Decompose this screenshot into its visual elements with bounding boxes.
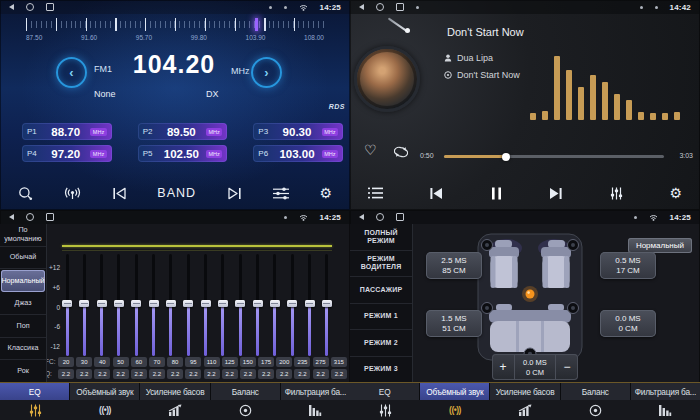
eq-preset[interactable]: Классика bbox=[0, 338, 46, 361]
sound-tab[interactable]: Усиление басов bbox=[490, 383, 559, 400]
seek-up-button[interactable]: › bbox=[251, 57, 282, 88]
eq-band-slider[interactable] bbox=[218, 254, 228, 356]
progress-bar[interactable] bbox=[444, 155, 664, 158]
eq-band-slider[interactable] bbox=[287, 254, 297, 356]
next-station-icon[interactable] bbox=[227, 187, 242, 200]
nav-back-icon[interactable] bbox=[359, 214, 364, 220]
delay-rear-left[interactable]: 1.5 MS 51 CM bbox=[426, 310, 482, 337]
eq-preset[interactable]: Джаз bbox=[0, 293, 46, 316]
slider-thumb[interactable] bbox=[218, 300, 228, 308]
dock-eq-icon[interactable] bbox=[0, 400, 70, 420]
slider-thumb[interactable] bbox=[166, 300, 176, 308]
playlist-icon[interactable] bbox=[368, 187, 383, 199]
sound-tab[interactable]: EQ bbox=[0, 383, 69, 400]
dock-eq-icon[interactable] bbox=[350, 400, 420, 420]
sound-tab[interactable]: Объёмный звук bbox=[70, 383, 139, 400]
eq-band-slider[interactable] bbox=[322, 254, 332, 356]
nav-back-icon[interactable] bbox=[359, 4, 364, 10]
nav-back-icon[interactable] bbox=[9, 214, 14, 220]
radio-preset[interactable]: P2 89.50 MHz bbox=[138, 123, 228, 140]
favorite-icon[interactable]: ♡ bbox=[364, 142, 377, 158]
dock-bass-filter-icon[interactable] bbox=[630, 400, 700, 420]
eq-band-slider[interactable] bbox=[149, 254, 159, 356]
seek-down-button[interactable]: ‹ bbox=[56, 57, 87, 88]
nav-recents-icon[interactable] bbox=[46, 3, 54, 11]
eq-band-slider[interactable] bbox=[270, 254, 280, 356]
eq-band-slider[interactable] bbox=[235, 254, 245, 356]
eq-band-slider[interactable] bbox=[201, 254, 211, 356]
eq-preset[interactable]: Обычай bbox=[0, 247, 46, 270]
listening-mode[interactable]: РЕЖИМ 2 bbox=[350, 330, 412, 357]
dock-surround-icon[interactable]: ((•)) bbox=[70, 400, 140, 420]
sound-tab[interactable]: Баланс bbox=[561, 383, 630, 400]
eq-band-slider[interactable] bbox=[166, 254, 176, 356]
nav-home-icon[interactable] bbox=[376, 3, 384, 11]
previous-track-icon[interactable] bbox=[429, 187, 444, 200]
slider-thumb[interactable] bbox=[149, 300, 159, 308]
listening-mode[interactable]: РЕЖИМ 3 bbox=[350, 357, 412, 384]
slider-thumb[interactable] bbox=[322, 300, 332, 308]
slider-thumb[interactable] bbox=[183, 300, 193, 308]
nav-home-icon[interactable] bbox=[26, 3, 34, 11]
repeat-icon[interactable] bbox=[394, 146, 408, 158]
slider-thumb[interactable] bbox=[287, 300, 297, 308]
radio-preset[interactable]: P3 90.30 MHz bbox=[253, 123, 343, 140]
dock-bass-boost-icon[interactable] bbox=[140, 400, 210, 420]
eq-band-slider[interactable] bbox=[253, 254, 263, 356]
sound-tab[interactable]: Фильтрация ба... bbox=[631, 383, 700, 400]
listening-mode[interactable]: РЕЖИМ 1 bbox=[350, 304, 412, 331]
nav-home-icon[interactable] bbox=[376, 213, 384, 221]
slider-thumb[interactable] bbox=[270, 300, 280, 308]
listening-mode[interactable]: ПАССАЖИР bbox=[350, 277, 412, 304]
progress-thumb[interactable] bbox=[502, 153, 510, 161]
slider-thumb[interactable] bbox=[79, 300, 89, 308]
sound-tab[interactable]: Фильтрация ба... bbox=[281, 383, 350, 400]
next-track-icon[interactable] bbox=[548, 187, 563, 200]
delay-front-right[interactable]: 0.5 MS 17 CM bbox=[600, 252, 656, 279]
radio-preset[interactable]: P1 88.70 MHz bbox=[22, 123, 112, 140]
eq-preset[interactable]: Нормальный bbox=[1, 270, 45, 292]
eq-preset[interactable]: Поп bbox=[0, 315, 46, 338]
slider-thumb[interactable] bbox=[305, 300, 315, 308]
listening-mode[interactable]: РЕЖИМ ВОДИТЕЛЯ bbox=[350, 251, 412, 278]
delay-minus-button[interactable]: − bbox=[556, 361, 578, 373]
pause-icon[interactable] bbox=[491, 187, 502, 200]
eq-preset[interactable]: По умолчанию bbox=[0, 224, 46, 247]
eq-band-slider[interactable] bbox=[114, 254, 124, 356]
search-icon[interactable] bbox=[18, 186, 33, 201]
eq-band-slider[interactable] bbox=[97, 254, 107, 356]
tuner-settings-icon[interactable] bbox=[273, 187, 289, 200]
eq-band-slider[interactable] bbox=[305, 254, 315, 356]
nav-recents-icon[interactable] bbox=[396, 213, 404, 221]
previous-station-icon[interactable] bbox=[112, 187, 127, 200]
nav-recents-icon[interactable] bbox=[46, 213, 54, 221]
settings-gear-icon[interactable]: ⚙ bbox=[319, 186, 332, 200]
broadcast-icon[interactable] bbox=[64, 187, 81, 200]
delay-front-left[interactable]: 2.5 MS 85 CM bbox=[426, 252, 482, 279]
sound-tab[interactable]: Объёмный звук bbox=[420, 383, 489, 400]
delay-rear-right[interactable]: 0.0 MS 0 CM bbox=[600, 310, 656, 337]
dock-balance-icon[interactable] bbox=[560, 400, 630, 420]
eq-band-slider[interactable] bbox=[183, 254, 193, 356]
eq-preset[interactable]: Рок bbox=[0, 360, 46, 383]
sound-tab[interactable]: Баланс bbox=[211, 383, 280, 400]
slider-thumb[interactable] bbox=[253, 300, 263, 308]
radio-preset[interactable]: P5 102.50 MHz bbox=[138, 145, 228, 162]
delay-plus-button[interactable]: + bbox=[492, 361, 514, 373]
dock-balance-icon[interactable] bbox=[210, 400, 280, 420]
dock-bass-filter-icon[interactable] bbox=[280, 400, 350, 420]
settings-gear-icon[interactable]: ⚙ bbox=[669, 186, 682, 200]
slider-thumb[interactable] bbox=[97, 300, 107, 308]
radio-preset[interactable]: P4 97.20 MHz bbox=[22, 145, 112, 162]
dock-surround-icon[interactable]: ((•)) bbox=[420, 400, 490, 420]
sound-tab[interactable]: Усиление басов bbox=[140, 383, 209, 400]
dial-ticks[interactable] bbox=[26, 18, 324, 31]
eq-band-slider[interactable] bbox=[62, 254, 72, 356]
nav-home-icon[interactable] bbox=[26, 213, 34, 221]
slider-thumb[interactable] bbox=[62, 300, 72, 308]
frequency-dial[interactable]: 87.5091.6095.7099.80103.90108.00 bbox=[26, 18, 324, 41]
eq-band-slider[interactable] bbox=[79, 254, 89, 356]
dock-bass-boost-icon[interactable] bbox=[490, 400, 560, 420]
sound-profile-button[interactable]: Нормальный bbox=[628, 238, 692, 253]
slider-thumb[interactable] bbox=[114, 300, 124, 308]
